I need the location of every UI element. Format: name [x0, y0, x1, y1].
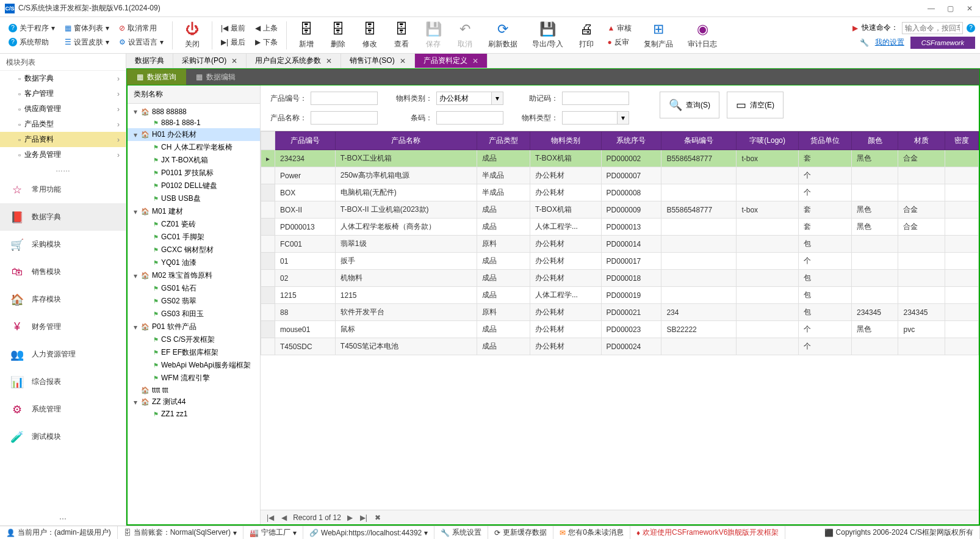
- subtab[interactable]: ▦数据查询: [127, 69, 186, 85]
- cell[interactable]: [737, 270, 798, 287]
- cell[interactable]: PD000008: [601, 184, 661, 201]
- column-header[interactable]: 系统序号: [601, 132, 661, 150]
- tree-node[interactable]: ⚑CZ01 瓷砖: [128, 218, 260, 231]
- cell[interactable]: [661, 253, 737, 270]
- cell[interactable]: [737, 304, 798, 321]
- cell[interactable]: 成品: [477, 150, 530, 167]
- tree-node[interactable]: ⚑USB USB盘: [128, 192, 260, 205]
- toggle-icon[interactable]: ▾: [132, 398, 139, 407]
- cell[interactable]: 234234: [275, 150, 336, 167]
- tree-node[interactable]: ⚑EF EF数据库框架: [128, 346, 260, 359]
- next-button[interactable]: ▶下条: [251, 36, 281, 49]
- cell[interactable]: 套: [798, 150, 851, 167]
- sidebar-module[interactable]: 👥人力资源管理: [0, 341, 126, 368]
- cell[interactable]: 办公耗材: [530, 236, 601, 253]
- cell[interactable]: 合金: [898, 150, 945, 167]
- cell[interactable]: 合金: [898, 201, 945, 219]
- cell[interactable]: [945, 270, 978, 287]
- page-prev-icon[interactable]: ◀: [280, 513, 288, 522]
- export-button[interactable]: 💾导出/导入: [526, 18, 569, 52]
- cell[interactable]: PD000018: [601, 270, 661, 287]
- tree-node[interactable]: ⚑P0101 罗技鼠标: [128, 167, 260, 179]
- cell[interactable]: PD000013: [601, 219, 661, 236]
- cell[interactable]: 套: [798, 219, 851, 236]
- cell[interactable]: 翡翠1级: [335, 236, 477, 253]
- cell[interactable]: 扳手: [335, 253, 477, 270]
- copy-product-button[interactable]: ⊞复制产品: [638, 18, 679, 52]
- sidebar-item[interactable]: ▫供应商管理›: [0, 101, 126, 117]
- cell[interactable]: [945, 184, 978, 201]
- prod-no-input[interactable]: [311, 92, 378, 105]
- status-refresh-cache[interactable]: ⟳更新缓存数据: [488, 526, 553, 539]
- query-button[interactable]: 🔍查询(S): [660, 92, 719, 118]
- edit-button[interactable]: 🗄修改: [355, 18, 384, 52]
- cell[interactable]: [945, 338, 978, 355]
- table-row[interactable]: BOX-IIT-BOX-II 工业机箱(2023款)成品T-BOX机箱PD000…: [261, 201, 979, 219]
- cell[interactable]: 办公耗材: [530, 167, 601, 184]
- cell[interactable]: 包: [798, 270, 851, 287]
- cell[interactable]: [945, 150, 978, 167]
- set-lang-button[interactable]: ⚙设置语言▾: [115, 36, 167, 49]
- table-row[interactable]: BOX电脑机箱(无配件)半成品办公耗材PD000008个: [261, 184, 979, 201]
- cell[interactable]: 01: [275, 253, 336, 270]
- unapprove-button[interactable]: ●反审: [603, 36, 635, 49]
- cell[interactable]: 办公耗材: [530, 184, 601, 201]
- column-header[interactable]: 字唛(Logo): [737, 132, 798, 150]
- cell[interactable]: 成品: [477, 270, 530, 287]
- barcode-input[interactable]: [436, 111, 503, 125]
- cell[interactable]: PD000017: [601, 253, 661, 270]
- cell[interactable]: [945, 201, 978, 219]
- mat-cat-dropdown[interactable]: ▾: [491, 92, 503, 105]
- cell[interactable]: [945, 219, 978, 236]
- about-button[interactable]: ?关于程序▾: [5, 22, 59, 35]
- tree-node[interactable]: ⚑888-1 888-1: [128, 117, 260, 128]
- last-button[interactable]: ▶|最后: [217, 36, 249, 49]
- tab[interactable]: 采购订单(PO)✕: [173, 54, 247, 68]
- cell[interactable]: [852, 253, 898, 270]
- cell[interactable]: [737, 321, 798, 338]
- cell[interactable]: [661, 270, 737, 287]
- table-row[interactable]: 12151215成品人体工程学...PD000019包: [261, 287, 979, 304]
- tree-node[interactable]: ⚑GS02 翡翠: [128, 295, 260, 308]
- cell[interactable]: T-BOX工业机箱: [335, 150, 477, 167]
- data-grid[interactable]: 产品编号产品名称产品类型物料类别系统序号条码编号字唛(Logo)货品单位颜色材质…: [261, 131, 979, 355]
- tree-node[interactable]: 🏠tttt ttt: [128, 385, 260, 396]
- cell[interactable]: 包: [798, 304, 851, 321]
- tree-node[interactable]: ⚑GC01 手脚架: [128, 231, 260, 244]
- cell[interactable]: 个: [798, 253, 851, 270]
- cell[interactable]: [945, 236, 978, 253]
- tree-node[interactable]: ⚑GCXC 钢材型材: [128, 244, 260, 256]
- cell[interactable]: [661, 167, 737, 184]
- column-header[interactable]: 密度: [945, 132, 978, 150]
- sidebar-module[interactable]: 🧪测试模块: [0, 423, 126, 450]
- delete-button[interactable]: 🗄删除: [323, 18, 353, 52]
- sidebar-item[interactable]: ▫业务员管理›: [0, 147, 126, 162]
- cell[interactable]: 成品: [477, 338, 530, 355]
- page-next-icon[interactable]: ▶: [346, 513, 354, 522]
- cell[interactable]: [898, 167, 945, 184]
- column-header[interactable]: 材质: [898, 132, 945, 150]
- cell[interactable]: [661, 236, 737, 253]
- tree-node[interactable]: ▾🏠ZZ 测试44: [128, 396, 260, 408]
- cell[interactable]: [737, 167, 798, 184]
- cell[interactable]: PD000007: [601, 167, 661, 184]
- sidebar-module[interactable]: 📕数据字典: [0, 203, 126, 231]
- mat-type-dropdown[interactable]: ▾: [617, 111, 629, 125]
- cell[interactable]: [852, 236, 898, 253]
- cell[interactable]: 黑色: [852, 321, 898, 338]
- cell[interactable]: [852, 167, 898, 184]
- table-row[interactable]: FC001翡翠1级原料办公耗材PD000014包: [261, 236, 979, 253]
- cell[interactable]: 原料: [477, 304, 530, 321]
- page-first-icon[interactable]: |◀: [265, 513, 275, 522]
- cell[interactable]: [898, 338, 945, 355]
- tree-node[interactable]: ▾🏠H01 办公耗材: [128, 128, 260, 141]
- tab[interactable]: 产品资料定义✕: [415, 54, 488, 68]
- status-syscfg[interactable]: 🔧系统设置: [434, 526, 488, 539]
- cell[interactable]: 鼠标: [335, 321, 477, 338]
- cell[interactable]: T450SDC: [275, 338, 336, 355]
- cell[interactable]: [661, 338, 737, 355]
- cell[interactable]: [898, 184, 945, 201]
- page-stop-icon[interactable]: ✖: [373, 513, 382, 522]
- clear-button[interactable]: ▭清空(E): [727, 92, 784, 118]
- cancel-common-button[interactable]: ⊘取消常用: [115, 22, 167, 35]
